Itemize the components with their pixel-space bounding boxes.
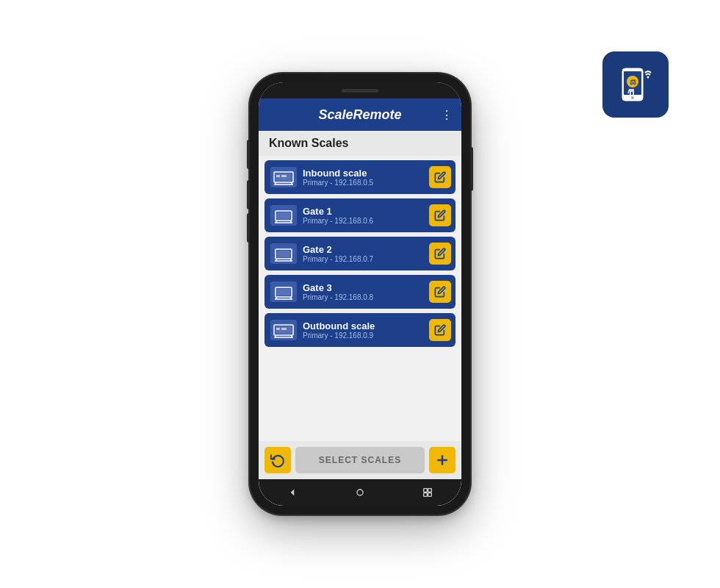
add-scale-button[interactable] — [429, 447, 456, 473]
scale-list-item[interactable]: Inbound scale Primary - 192.168.0.5 — [264, 160, 456, 194]
phone-screen: ScaleRemote ⋮ Known Scales — [259, 82, 461, 506]
scale-icon — [270, 282, 297, 302]
scale-info: Outbound scale Primary - 192.168.0.9 — [303, 320, 423, 340]
scale-icon — [270, 167, 297, 187]
svg-text:⚖: ⚖ — [630, 78, 636, 86]
svg-rect-11 — [276, 175, 280, 177]
header-menu-button[interactable]: ⋮ — [441, 108, 453, 122]
scale-name: Inbound scale — [303, 168, 423, 179]
svg-rect-40 — [428, 489, 432, 492]
svg-rect-24 — [277, 289, 290, 295]
app-icon: ⚖ — [602, 51, 669, 118]
scale-subtitle: Primary - 192.168.0.9 — [303, 331, 423, 340]
phone-speaker — [342, 89, 378, 93]
scale-edit-button[interactable] — [429, 319, 451, 341]
scale-edit-button[interactable] — [429, 281, 451, 303]
section-title: Known Scales — [269, 137, 348, 149]
scale-list-item[interactable]: Gate 1 Primary - 192.168.0.6 — [264, 198, 456, 232]
phone-device: ScaleRemote ⋮ Known Scales — [250, 74, 470, 514]
scale-name: Gate 3 — [303, 282, 423, 293]
select-scales-button[interactable]: SELECT SCALES — [295, 447, 425, 473]
nav-recent-button[interactable] — [420, 485, 435, 500]
scale-subtitle: Primary - 192.168.0.6 — [303, 217, 423, 225]
refresh-button[interactable] — [264, 447, 291, 473]
scale-list-item[interactable]: Gate 2 Primary - 192.168.0.7 — [264, 237, 456, 270]
scale-icon — [270, 243, 297, 264]
nav-home-button[interactable] — [353, 485, 367, 500]
scale-icon — [270, 320, 297, 340]
section-header: Known Scales — [259, 131, 461, 156]
scale-icon — [270, 205, 297, 226]
scale-edit-button[interactable] — [429, 204, 451, 226]
svg-rect-14 — [277, 212, 290, 219]
svg-marker-37 — [291, 490, 295, 496]
bottom-bar: SELECT SCALES — [259, 441, 461, 479]
svg-point-5 — [647, 76, 649, 79]
scale-list-item[interactable]: Gate 3 Primary - 192.168.0.8 — [264, 275, 456, 309]
scale-edit-button[interactable] — [429, 243, 451, 265]
scale-subtitle: Primary - 192.168.0.7 — [303, 255, 423, 263]
scale-name: Gate 1 — [303, 206, 423, 217]
svg-rect-34 — [281, 328, 287, 330]
scale-info: Gate 1 Primary - 192.168.0.6 — [303, 206, 423, 225]
svg-rect-33 — [276, 328, 280, 330]
phone-top-bar — [259, 82, 461, 98]
scale-name: Gate 2 — [303, 244, 423, 255]
scale-info: Gate 2 Primary - 192.168.0.7 — [303, 244, 423, 263]
nav-back-button[interactable] — [285, 485, 300, 500]
svg-point-38 — [357, 490, 363, 495]
svg-rect-41 — [424, 493, 428, 497]
nav-bar — [259, 479, 461, 506]
scale-edit-button[interactable] — [429, 166, 451, 188]
svg-rect-19 — [277, 251, 290, 257]
svg-rect-12 — [281, 175, 287, 177]
scale-list-item[interactable]: Outbound scale Primary - 192.168.0.9 — [264, 313, 456, 347]
app-header: ScaleRemote ⋮ — [259, 98, 461, 131]
scale-name: Outbound scale — [303, 320, 423, 331]
scale-list: Inbound scale Primary - 192.168.0.5 — [259, 156, 461, 441]
svg-point-4 — [631, 96, 634, 99]
scale-info: Gate 3 Primary - 192.168.0.8 — [303, 282, 423, 301]
scale-info: Inbound scale Primary - 192.168.0.5 — [303, 168, 423, 187]
phone-frame: ScaleRemote ⋮ Known Scales — [250, 74, 470, 514]
scale-subtitle: Primary - 192.168.0.5 — [303, 179, 423, 187]
svg-rect-39 — [424, 489, 428, 492]
select-scales-label: SELECT SCALES — [319, 455, 401, 465]
scale-subtitle: Primary - 192.168.0.8 — [303, 293, 423, 301]
app-title: ScaleRemote — [318, 107, 401, 123]
svg-rect-42 — [428, 493, 432, 497]
